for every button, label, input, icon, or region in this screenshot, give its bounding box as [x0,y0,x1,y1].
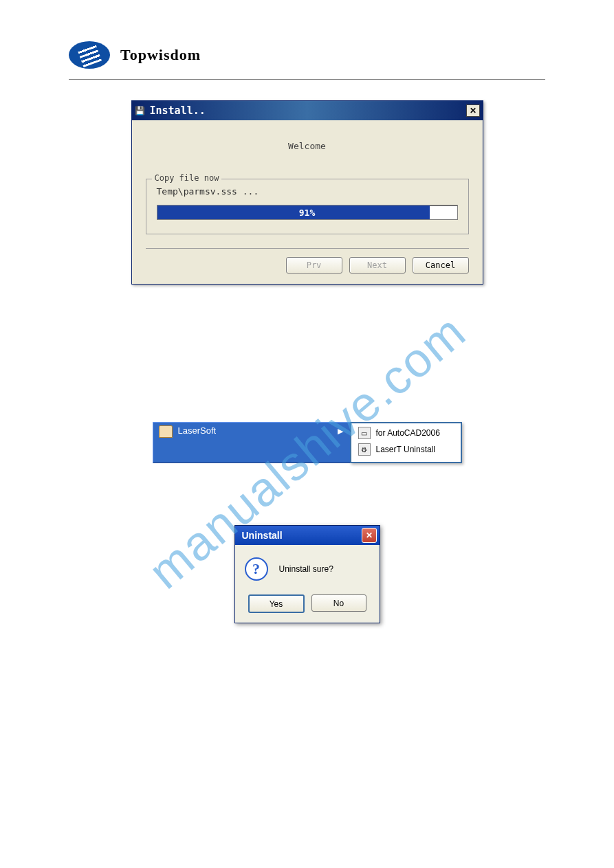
fieldset-legend: Copy file now [152,173,222,183]
next-button[interactable]: Next [349,257,406,274]
menu-item-autocad2006[interactable]: ▭ for AutoCAD2006 [351,425,461,441]
menu-item-uninstall[interactable]: ⚙ LaserT Uninstall [351,441,461,458]
question-icon: ? [245,557,268,581]
install-button-row: Prv Next Cancel [146,248,469,274]
install-title: Install.. [150,104,466,117]
menu-item-label: LaserT Uninstall [376,445,435,454]
install-titlebar: 💾 Install.. ✕ [132,101,483,120]
folder-icon [159,425,173,438]
body-paragraph-2 [76,340,538,367]
progress-percent: 91% [157,205,457,219]
uninstall-message: Uninstall sure? [279,564,333,574]
uninstall-button-row: Yes No [245,594,370,613]
page-header: Topwisdom [69,41,545,80]
body-paragraph-3 [76,381,538,408]
progress-bar: 91% [157,205,458,220]
menu-folder-label: LaserSoft [178,425,217,436]
no-button[interactable]: No [311,594,366,612]
start-menu-submenu: LaserSoft ▶ ▭ for AutoCAD2006 ⚙ LaserT U… [153,422,462,463]
prev-button[interactable]: Prv [286,257,342,274]
body-paragraph-1 [76,298,538,326]
cancel-button[interactable]: Cancel [413,257,469,274]
menu-item-label: for AutoCAD2006 [376,428,440,438]
submenu-arrow-icon: ▶ [338,427,343,436]
uninstall-dialog: Uninstall ✕ ? Uninstall sure? Yes No [234,525,380,623]
uninstall-icon: ⚙ [358,443,371,456]
uninstall-titlebar: Uninstall ✕ [235,526,380,545]
close-button[interactable]: ✕ [466,104,480,117]
body-paragraph-4 [76,477,538,504]
app-icon: ▭ [358,427,371,439]
submenu-panel: ▭ for AutoCAD2006 ⚙ LaserT Uninstall [350,422,462,463]
close-button[interactable]: ✕ [362,528,377,543]
yes-button[interactable]: Yes [248,594,305,613]
menu-folder-lasersoft[interactable]: LaserSoft ▶ [153,422,350,463]
brand-name: Topwisdom [120,46,201,64]
welcome-text: Welcome [146,131,469,179]
uninstall-title: Uninstall [242,530,283,541]
copy-file-path: Temp\parmsv.sss ... [157,186,458,197]
copy-fieldset: Copy file now Temp\parmsv.sss ... 91% [146,179,469,234]
installer-icon: 💾 [135,105,146,116]
install-window: 💾 Install.. ✕ Welcome Copy file now Temp… [131,100,483,285]
brand-logo [69,41,110,69]
